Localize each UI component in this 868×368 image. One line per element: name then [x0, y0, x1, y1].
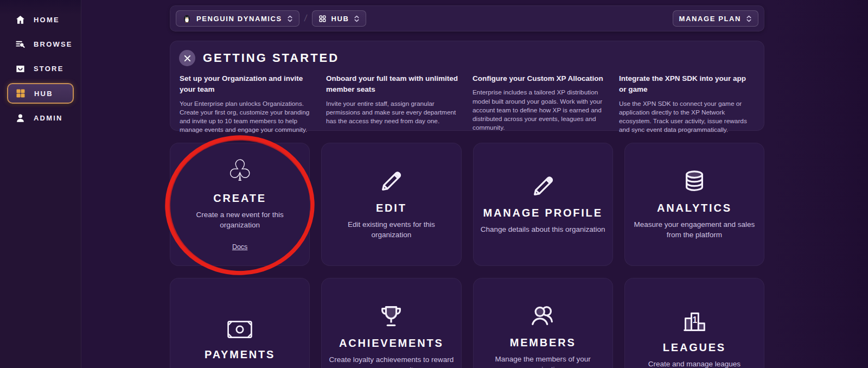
store-icon: [15, 64, 25, 74]
pencil-icon: [531, 174, 556, 199]
members-icon: [529, 304, 557, 328]
column-heading: Integrate the XPN SDK into your app or g…: [619, 73, 755, 96]
pencil-icon: [379, 169, 404, 194]
hub-card-grid-row2: PAYMENTS ACHIEVEMENTS Create loyalty ach…: [170, 278, 764, 368]
chevron-updown-icon: [746, 15, 752, 22]
card-title: MEMBERS: [510, 337, 576, 349]
card-subtitle: Create loyalty achievements to reward yo…: [328, 355, 454, 368]
leagues-card[interactable]: 1 LEAGUES Create and manage leagues: [624, 278, 764, 368]
app-window: HOME BROWSE STORE: [0, 0, 868, 368]
docs-link[interactable]: Docs: [232, 243, 247, 251]
getting-started-title: GETTING STARTED: [203, 51, 339, 65]
getting-started-panel: GETTING STARTED Set up your Organization…: [170, 41, 764, 131]
column-heading: Configure your Custom XP Allocation: [473, 73, 608, 84]
getting-started-column: Set up your Organization and invite your…: [180, 73, 315, 135]
card-subtitle: Change details about this organization: [481, 225, 605, 234]
topbar: PENGUIN DYNAMICS /: [170, 5, 764, 31]
sidebar-item-browse[interactable]: BROWSE: [0, 32, 81, 56]
hub-card-grid-row1: ♧ CREATE Create a new event for this org…: [170, 143, 764, 266]
card-title: LEAGUES: [663, 341, 726, 354]
sidebar-item-label: STORE: [34, 65, 64, 73]
card-title: CREATE: [213, 192, 266, 205]
card-title: PAYMENTS: [205, 348, 275, 361]
manage-plan-label: MANAGE PLAN: [679, 15, 741, 23]
card-title: ANALYTICS: [657, 202, 732, 214]
context-selector-label: HUB: [331, 15, 349, 23]
column-body: Your Enterprise plan unlocks Organizatio…: [180, 99, 315, 135]
sidebar-item-home[interactable]: HOME: [0, 8, 81, 32]
column-heading: Onboard your full team with unlimited me…: [326, 73, 462, 96]
getting-started-column: Onboard your full team with unlimited me…: [326, 73, 462, 135]
manage-plan-button[interactable]: MANAGE PLAN: [673, 10, 758, 27]
column-body: Enterprise includes a tailored XP distri…: [473, 88, 608, 132]
column-heading: Set up your Organization and invite your…: [180, 73, 315, 96]
banknote-icon: [227, 319, 253, 340]
org-selector[interactable]: PENGUIN DYNAMICS: [176, 10, 299, 27]
sidebar-item-admin[interactable]: ADMIN: [0, 106, 81, 130]
getting-started-column: Integrate the XPN SDK into your app or g…: [619, 73, 755, 135]
card-title: EDIT: [376, 202, 407, 214]
home-icon: [15, 15, 25, 26]
card-subtitle: Manage the members of your organization: [480, 354, 606, 368]
card-subtitle: Create a new event for this organization: [177, 210, 303, 230]
sidebar: HOME BROWSE STORE: [0, 0, 81, 368]
card-subtitle: Edit existing events for this organizati…: [328, 220, 454, 239]
create-card[interactable]: ♧ CREATE Create a new event for this org…: [170, 143, 310, 266]
podium-icon: 1: [681, 309, 707, 333]
main-area: PENGUIN DYNAMICS /: [81, 0, 868, 368]
club-icon: ♧: [227, 158, 253, 184]
chevron-updown-icon: [287, 15, 293, 22]
org-selector-label: PENGUIN DYNAMICS: [196, 15, 282, 23]
sidebar-item-label: HOME: [34, 16, 60, 24]
card-title: MANAGE PROFILE: [483, 207, 602, 219]
card-subtitle: Measure your engagement and sales from t…: [631, 220, 757, 239]
database-icon: [682, 169, 707, 194]
column-body: Use the XPN SDK to connect your game or …: [619, 99, 755, 135]
context-selector-hub[interactable]: HUB: [312, 10, 367, 27]
browse-icon: [15, 39, 25, 50]
sidebar-item-hub[interactable]: HUB: [7, 83, 74, 104]
svg-text:1: 1: [692, 315, 697, 325]
members-card[interactable]: MEMBERS Manage the members of your organ…: [473, 278, 613, 368]
close-icon[interactable]: [179, 50, 195, 66]
sidebar-item-store[interactable]: STORE: [0, 56, 81, 81]
card-title: ACHIEVEMENTS: [339, 337, 444, 350]
getting-started-column: Configure your Custom XP Allocation Ente…: [473, 73, 608, 135]
sidebar-item-label: BROWSE: [34, 40, 73, 48]
penguin-logo: [182, 14, 192, 23]
edit-card[interactable]: EDIT Edit existing events for this organ…: [321, 143, 461, 266]
analytics-card[interactable]: ANALYTICS Measure your engagement and sa…: [624, 143, 764, 266]
admin-icon: [15, 113, 25, 124]
grid-icon: [318, 15, 327, 23]
achievements-card[interactable]: ACHIEVEMENTS Create loyalty achievements…: [321, 278, 461, 368]
payments-card[interactable]: PAYMENTS: [170, 278, 310, 368]
breadcrumb-separator: /: [303, 13, 308, 24]
hub-icon: [15, 88, 26, 99]
column-body: Invite your entire staff, assign granula…: [326, 99, 462, 126]
manage-profile-card[interactable]: MANAGE PROFILE Change details about this…: [473, 143, 613, 266]
sidebar-item-label: HUB: [34, 90, 53, 98]
trophy-icon: [379, 304, 404, 329]
sidebar-item-label: ADMIN: [34, 114, 63, 122]
card-subtitle: Create and manage leagues: [648, 359, 741, 368]
chevron-updown-icon: [354, 15, 360, 22]
